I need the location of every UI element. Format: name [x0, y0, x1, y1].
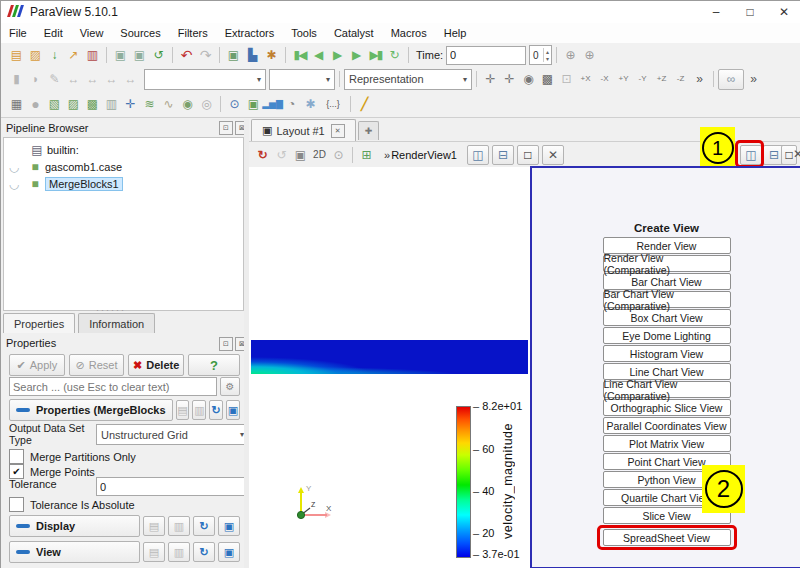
probe-location-icon[interactable]: ⊙ — [225, 95, 244, 114]
interpolate-icon[interactable]: ✱ — [301, 95, 320, 114]
reload-icon[interactable]: ↻ — [209, 400, 223, 420]
copy-icon[interactable]: ▤ — [176, 400, 190, 420]
minimize-icon[interactable]: – — [699, 1, 733, 23]
open-file-icon[interactable]: ▤ — [7, 46, 26, 65]
extract-selection-icon[interactable]: ▣ — [244, 95, 263, 114]
previous-frame-icon[interactable]: ◀ — [309, 46, 328, 65]
undo-icon[interactable]: ↶ — [177, 46, 196, 65]
color-legend-bar[interactable] — [456, 406, 471, 558]
render-view[interactable]: – 8.2e+01 – 60 – 40 – 20 – 3.7e-01 veloc… — [249, 167, 530, 568]
pipeline-item-builtin[interactable]: ▤ builtin: — [4, 141, 243, 158]
frame-down-icon[interactable]: ▾ — [544, 55, 551, 62]
visibility-eye-icon[interactable]: ◡ — [6, 174, 22, 193]
undock-icon[interactable]: ⊡ — [219, 121, 233, 135]
glyph-icon[interactable]: ✛ — [121, 95, 140, 114]
create-orthographic-slice-view-button[interactable]: Orthographic Slice View — [603, 399, 731, 416]
menu-filters[interactable]: Filters — [178, 27, 208, 39]
save-server-state-icon[interactable]: ▣ — [130, 46, 149, 65]
color-legend-icon[interactable]: ▥ — [83, 46, 102, 65]
split-vertical-button[interactable]: ⊟ — [492, 145, 514, 165]
time-input[interactable] — [446, 46, 526, 65]
gear-icon[interactable]: ⚙ — [220, 377, 240, 396]
reset-button[interactable]: ⊘ Reset — [69, 354, 125, 376]
camera-reset-icon[interactable]: ↻ — [253, 145, 272, 164]
view-plus-y-icon[interactable]: +Y — [614, 70, 633, 89]
histogram-icon[interactable]: ▂▅▇ — [263, 95, 282, 114]
menu-help[interactable]: Help — [444, 27, 467, 39]
export-scene-icon[interactable]: ↗ — [64, 46, 83, 65]
zoom-to-data-icon[interactable]: ✛ — [500, 70, 519, 89]
menu-edit[interactable]: Edit — [44, 27, 63, 39]
output-dataset-combo[interactable]: Unstructured Grid ▾ — [96, 424, 249, 445]
edit-colormap-icon[interactable]: ✎ — [45, 70, 64, 89]
split-horizontal-button[interactable]: ◫ — [467, 145, 489, 165]
cell-data-icon[interactable]: ▮ — [7, 70, 26, 89]
apply-button[interactable]: ✔ Apply — [9, 354, 65, 376]
create-bar-chart-view-comparative-button[interactable]: Bar Chart View (Comparative) — [603, 291, 731, 308]
first-frame-icon[interactable]: ▮◀ — [290, 46, 309, 65]
menu-sources[interactable]: Sources — [120, 27, 160, 39]
center-axes-icon[interactable]: ⊞ — [357, 145, 376, 164]
toolbar-overflow-icon[interactable]: » — [690, 70, 709, 89]
slice-icon[interactable]: ▨ — [64, 95, 83, 114]
calculator-icon[interactable]: ▦ — [7, 95, 26, 114]
cylinder-icon[interactable]: ◗ — [26, 70, 45, 89]
menu-file[interactable]: File — [9, 27, 27, 39]
help-button[interactable]: ? — [188, 354, 240, 376]
color-by-combo[interactable]: ▾ — [144, 69, 266, 90]
view-plus-x-icon[interactable]: +X — [576, 70, 595, 89]
view-plus-z-icon[interactable]: +Z — [652, 70, 671, 89]
dark-theme-icon[interactable]: ▩ — [538, 70, 557, 89]
merge-partitions-checkbox[interactable] — [9, 449, 24, 464]
view-section-toggle[interactable]: View — [9, 541, 140, 563]
load-state-icon[interactable]: ▨ — [26, 46, 45, 65]
rescale-range-icon[interactable]: ↔ — [64, 70, 83, 89]
clip-icon[interactable]: ▧ — [45, 95, 64, 114]
view-minus-z-icon[interactable]: -Z — [671, 70, 690, 89]
view-minus-x-icon[interactable]: -X — [595, 70, 614, 89]
display-section-toggle[interactable]: Display — [9, 515, 140, 537]
menu-macros[interactable]: Macros — [391, 27, 427, 39]
zoom-selection-icon[interactable]: ⊙ — [329, 145, 348, 164]
delete-button[interactable]: ✖ Delete — [128, 354, 184, 376]
zoom-to-box-icon[interactable]: ⊡ — [557, 70, 576, 89]
toggle-2d-icon[interactable]: 2D — [310, 145, 329, 164]
reload-icon[interactable]: ↻ — [193, 542, 215, 562]
search-input[interactable] — [9, 377, 217, 396]
next-frame-icon[interactable]: ▶ — [347, 46, 366, 65]
loop-icon[interactable]: ↻ — [385, 46, 404, 65]
rescale-temporal-icon[interactable]: ↔ — [102, 70, 121, 89]
stream-tracer-icon[interactable]: ≋ — [140, 95, 159, 114]
center-axes-visibility-icon[interactable]: ∞ — [718, 69, 744, 90]
frame-up-icon[interactable]: ▴ — [544, 48, 551, 55]
create-render-view-comparative-button[interactable]: Render View (Comparative) — [603, 255, 731, 272]
copy-icon[interactable]: ▤ — [143, 542, 165, 562]
rescale-visible-icon[interactable]: ↔ — [121, 70, 140, 89]
capture-screenshot-icon[interactable]: ▣ — [291, 145, 310, 164]
auto-apply-icon[interactable]: ▣ — [224, 46, 243, 65]
reload-icon[interactable]: ↻ — [193, 516, 215, 536]
section-toggle[interactable]: Properties (MergeBlocks — [9, 399, 173, 421]
maximize-view-button[interactable]: □ — [517, 145, 539, 165]
zoom-probe-icon[interactable]: ⊕ — [561, 46, 580, 65]
toolbar-overflow2-icon[interactable]: » — [744, 70, 763, 89]
tolerance-absolute-checkbox[interactable] — [9, 497, 24, 512]
create-plot-matrix-view-button[interactable]: Plot Matrix View — [603, 435, 731, 452]
save-data-icon[interactable]: ↓ — [45, 46, 64, 65]
play-icon[interactable]: ▶ — [328, 46, 347, 65]
find-data-icon[interactable]: ▙ — [243, 46, 262, 65]
frame-stepper[interactable]: 0 ▴ ▾ — [529, 45, 552, 65]
camera-undo-icon[interactable]: ↺ — [272, 145, 291, 164]
maximize-icon[interactable]: □ — [733, 1, 767, 23]
create-box-chart-view-button[interactable]: Box Chart View — [603, 309, 731, 326]
paste-icon[interactable]: ▥ — [192, 400, 206, 420]
extract-level-icon[interactable]: ◎ — [197, 95, 216, 114]
rescale-custom-icon[interactable]: ↔ — [83, 70, 102, 89]
close-view-button[interactable]: ✕ — [542, 145, 564, 165]
tab-close-icon[interactable]: ✕ — [331, 124, 345, 138]
close-view-button-2[interactable]: ✕ — [793, 145, 800, 163]
redo-icon[interactable]: ↷ — [196, 46, 215, 65]
menu-tools[interactable]: Tools — [291, 27, 317, 39]
color-palette-icon[interactable]: ✱ — [262, 46, 281, 65]
tab-information[interactable]: Information — [78, 313, 155, 333]
